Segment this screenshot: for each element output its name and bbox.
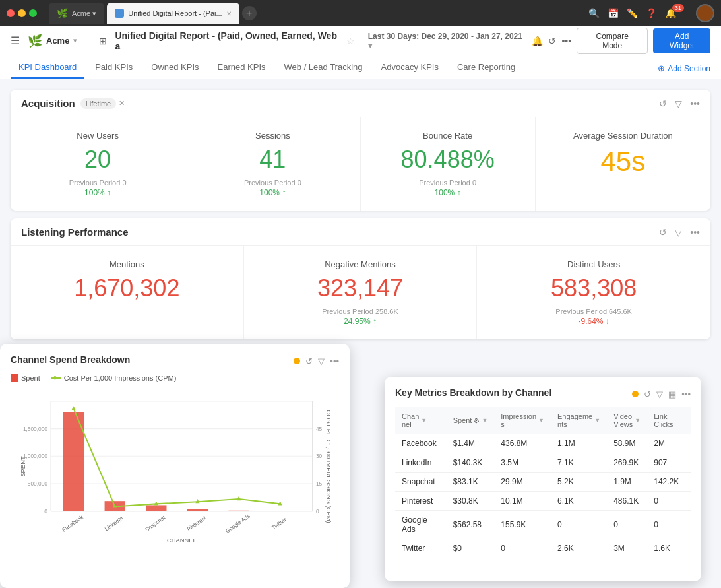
cell-spent: $0 — [447, 539, 495, 558]
listening-title: Listening Performance — [21, 226, 129, 238]
close-window-button[interactable] — [7, 9, 15, 17]
hamburger-menu-icon[interactable]: ☰ — [11, 34, 20, 47]
minimize-window-button[interactable] — [18, 9, 26, 17]
key-metrics-title: Key Metrics Breakdown by Channel — [395, 387, 551, 398]
tab-paid-kpis[interactable]: Paid KPIs — [87, 57, 141, 79]
table-row: Pinterest $30.8K 10.1M 6.1K 486.1K 0 — [395, 492, 691, 511]
svg-text:Facebook: Facebook — [61, 513, 84, 533]
cell-video-views: 486.1K — [607, 492, 647, 511]
more-chart-icon[interactable]: ••• — [330, 356, 339, 366]
cell-impressions: 0 — [494, 539, 551, 558]
browser-window-controls — [7, 9, 37, 17]
report-tab-icon — [115, 9, 124, 18]
svg-text:CHANNEL: CHANNEL — [167, 537, 197, 544]
add-section-button[interactable]: ⊕ Add Section — [658, 63, 710, 79]
navigation-tabs: KPI Dashboard Paid KPIs Owned KPIs Earne… — [0, 55, 721, 79]
more-metrics-icon[interactable]: ••• — [681, 389, 691, 399]
col-channel[interactable]: Channel ▼ — [395, 407, 447, 434]
distinct-users-change: -9.64% ↓ — [493, 317, 695, 326]
bounce-rate-change: 100% ↑ — [377, 188, 519, 197]
chart-type-icon[interactable]: ▦ — [668, 389, 676, 399]
col-engagements[interactable]: Engagements ▼ — [551, 407, 607, 434]
more-options-icon[interactable]: ••• — [561, 36, 571, 46]
col-video-views[interactable]: VideoViews ▼ — [607, 407, 647, 434]
edit-browser-icon[interactable]: ✏️ — [627, 8, 638, 18]
cell-channel: Pinterest — [395, 492, 447, 511]
bell-icon[interactable]: 🔔 — [532, 36, 543, 46]
refresh-chart-icon[interactable]: ↺ — [305, 356, 313, 366]
filter-metrics-icon[interactable]: ▽ — [656, 389, 663, 399]
browser-tab-report[interactable]: Unified Digital Report - (Pai... ✕ — [107, 3, 239, 24]
cell-link-clicks: 2M — [647, 434, 691, 453]
tab-web-lead-tracking[interactable]: Web / Lead Tracking — [276, 57, 371, 79]
star-icon[interactable]: ☆ — [346, 36, 355, 46]
browser-tab-label: Acme ▾ — [72, 9, 96, 18]
cell-spent: $83.1K — [447, 473, 495, 492]
filter-chart-icon[interactable]: ▽ — [318, 356, 325, 366]
compare-mode-button[interactable]: Compare Mode — [577, 28, 648, 54]
table-row: Facebook $1.4M 436.8M 1.1M 58.9M 2M — [395, 434, 691, 453]
bar-snapchat — [146, 505, 166, 511]
calendar-browser-icon[interactable]: 📅 — [608, 8, 619, 18]
cell-spent: $30.8K — [447, 492, 495, 511]
legend-spent-icon — [11, 374, 18, 382]
cell-link-clicks: 0 — [647, 511, 691, 539]
filter-icon[interactable]: ▽ — [675, 98, 682, 109]
more-section-icon[interactable]: ••• — [690, 98, 700, 109]
tab-care-reporting[interactable]: Care Reporting — [449, 57, 523, 79]
new-users-change: 100% ↑ — [26, 188, 169, 197]
more-listening-icon[interactable]: ••• — [690, 227, 700, 238]
filter-listening-icon[interactable]: ▽ — [675, 227, 682, 238]
cell-channel: Facebook — [395, 434, 447, 453]
maximize-window-button[interactable] — [29, 9, 37, 17]
refresh-listening-icon[interactable]: ↺ — [659, 227, 667, 238]
refresh-section-icon[interactable]: ↺ — [659, 98, 667, 109]
svg-text:0: 0 — [44, 508, 47, 515]
tab-close-button[interactable]: ✕ — [226, 10, 232, 17]
help-browser-icon[interactable]: ❓ — [646, 8, 657, 18]
search-browser-icon[interactable]: 🔍 — [588, 8, 600, 18]
col-spent[interactable]: Spent ⚙ ▼ — [447, 407, 495, 434]
badge-close-icon[interactable]: ✕ — [119, 99, 125, 108]
cell-link-clicks: 907 — [647, 453, 691, 473]
browser-tab-acme[interactable]: 🌿 Acme ▾ — [49, 3, 104, 24]
cell-engagements: 1.1M — [551, 434, 607, 453]
acquisition-section: Acquisition Lifetime ✕ ↺ ▽ ••• New Users… — [11, 90, 710, 211]
cell-link-clicks: 0 — [647, 492, 691, 511]
tab-kpi-dashboard[interactable]: KPI Dashboard — [11, 57, 84, 79]
svg-text:0: 0 — [316, 508, 319, 515]
cell-video-views: 269.9K — [607, 453, 647, 473]
cpm-line — [74, 408, 280, 506]
acquisition-badge: Lifetime — [80, 98, 117, 109]
col-impressions[interactable]: Impressions ▼ — [494, 407, 551, 434]
key-metrics-card: Key Metrics Breakdown by Channel ↺ ▽ ▦ •… — [385, 377, 701, 581]
cell-impressions: 29.9M — [494, 473, 551, 492]
bounce-rate-value: 80.488% — [377, 146, 519, 174]
cell-spent: $562.58 — [447, 511, 495, 539]
col-link-clicks[interactable]: Link Clicks — [647, 407, 691, 434]
kpi-sessions: Sessions 41 Previous Period 0 100% ↑ — [185, 117, 360, 211]
kpi-bounce-rate: Bounce Rate 80.488% Previous Period 0 10… — [361, 117, 536, 211]
grid-icon[interactable]: ⊞ — [99, 36, 107, 46]
refresh-icon[interactable]: ↺ — [548, 36, 556, 46]
cell-channel: LinkedIn — [395, 453, 447, 473]
cell-video-views: 0 — [607, 511, 647, 539]
legend-cpm-line-icon: ◆ — [51, 377, 61, 379]
tab-advocacy-kpis[interactable]: Advocacy KPIs — [373, 57, 447, 79]
cell-engagements: 7.1K — [551, 453, 607, 473]
tab-earned-kpis[interactable]: Earned KPIs — [210, 57, 274, 79]
listening-section: Listening Performance ↺ ▽ ••• Mentions 1… — [11, 218, 710, 339]
tab-owned-kpis[interactable]: Owned KPIs — [143, 57, 206, 79]
add-widget-button[interactable]: Add Widget — [653, 28, 710, 53]
svg-text:1,500,000: 1,500,000 — [23, 426, 47, 432]
svg-text:Google Ads: Google Ads — [224, 513, 251, 535]
section-actions: ↺ ▽ ••• — [659, 98, 700, 109]
avatar[interactable] — [696, 4, 714, 22]
new-tab-button[interactable]: + — [242, 6, 257, 20]
cpm-point-facebook — [71, 406, 75, 410]
date-range-label: Last 30 Days: Dec 29, 2020 - Jan 27, 202… — [368, 32, 524, 50]
cell-video-views: 1.9M — [607, 473, 647, 492]
cell-engagements: 2.6K — [551, 539, 607, 558]
cell-channel: Google Ads — [395, 511, 447, 539]
refresh-metrics-icon[interactable]: ↺ — [644, 389, 651, 399]
